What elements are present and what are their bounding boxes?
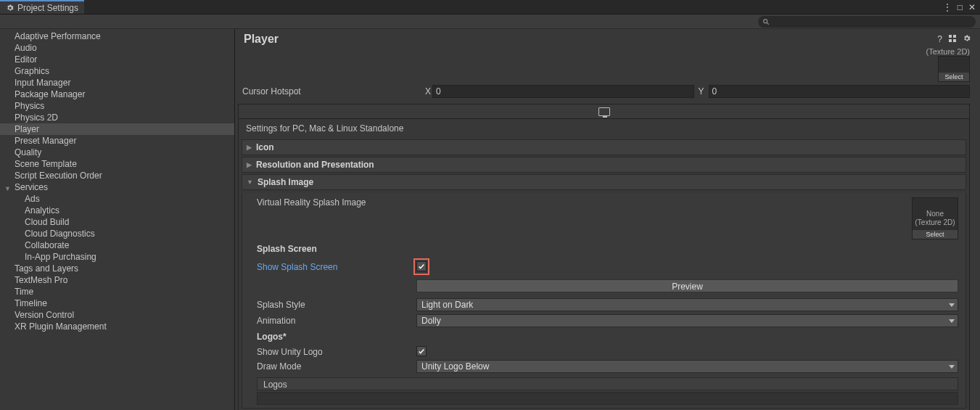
- gear-icon[interactable]: [963, 34, 971, 44]
- sidebar-item-iap[interactable]: In-App Purchasing: [0, 251, 234, 263]
- draw-mode-label: Draw Mode: [257, 361, 416, 372]
- logos-list-empty[interactable]: [257, 392, 958, 405]
- cursor-hotspot-y-input[interactable]: 0: [709, 85, 971, 98]
- window-titlebar: Project Settings ⋮ □ ✕: [0, 0, 980, 15]
- section-splash-body: Virtual Reality Splash Image None (Textu…: [242, 193, 966, 409]
- tab-label: Project Settings: [17, 3, 78, 13]
- gear-icon: [6, 4, 15, 12]
- cursor-hotspot-y-label: Y: [697, 86, 706, 97]
- splash-screen-heading: Splash Screen: [242, 241, 965, 257]
- vr-splash-texture-slot[interactable]: None (Texture 2D) Select: [912, 197, 958, 239]
- section-resolution-header[interactable]: ▶ Resolution and Presentation: [242, 157, 966, 173]
- select-button[interactable]: Select: [939, 73, 969, 81]
- show-splash-checkbox[interactable]: [416, 261, 427, 271]
- preview-button[interactable]: Preview: [416, 279, 958, 292]
- sidebar-item-timeline[interactable]: Timeline: [0, 298, 234, 309]
- window-close-icon[interactable]: ✕: [968, 3, 976, 12]
- texture-type-hint: (Texture 2D): [235, 47, 980, 56]
- preset-icon[interactable]: [948, 34, 957, 44]
- platform-heading: Settings for PC, Mac & Linux Standalone: [239, 119, 969, 138]
- sidebar-item-adaptive-performance[interactable]: Adaptive Performance: [0, 30, 234, 42]
- show-splash-highlight: [413, 258, 429, 275]
- draw-mode-dropdown[interactable]: Unity Logo Below: [416, 360, 958, 373]
- vr-splash-label: Virtual Reality Splash Image: [257, 197, 416, 208]
- sidebar-item-input-manager[interactable]: Input Manager: [0, 77, 234, 89]
- sidebar-item-editor[interactable]: Editor: [0, 54, 234, 65]
- sidebar-item-cloud-build[interactable]: Cloud Build: [0, 216, 234, 228]
- settings-sidebar: Adaptive Performance Audio Editor Graphi…: [0, 29, 235, 410]
- cursor-hotspot-x-label: X: [424, 86, 432, 97]
- sidebar-item-tags-and-layers[interactable]: Tags and Layers: [0, 263, 234, 274]
- sidebar-item-physics-2d[interactable]: Physics 2D: [0, 112, 234, 123]
- svg-rect-5: [953, 39, 956, 42]
- help-icon[interactable]: ?: [937, 34, 942, 44]
- sidebar-item-cloud-diagnostics[interactable]: Cloud Diagnostics: [0, 228, 234, 239]
- sidebar-item-physics[interactable]: Physics: [0, 100, 234, 112]
- section-icon-header[interactable]: ▶ Icon: [242, 139, 966, 155]
- texture-tex2d-label: (Texture 2D): [915, 218, 955, 227]
- standalone-platform-icon[interactable]: [598, 107, 610, 116]
- splash-style-dropdown[interactable]: Light on Dark: [416, 298, 958, 311]
- sidebar-item-audio[interactable]: Audio: [0, 42, 234, 54]
- sidebar-item-quality[interactable]: Quality: [0, 147, 234, 158]
- svg-line-1: [767, 22, 769, 25]
- select-button[interactable]: Select: [913, 230, 958, 239]
- chevron-right-icon: ▶: [247, 161, 252, 168]
- animation-label: Animation: [257, 316, 416, 326]
- search-input[interactable]: [758, 16, 976, 28]
- cursor-hotspot-x-input[interactable]: 0: [432, 85, 694, 98]
- logos-heading: Logos*: [242, 329, 965, 345]
- search-icon: [762, 18, 770, 25]
- window-maximize-icon[interactable]: □: [958, 3, 963, 12]
- sidebar-item-services[interactable]: ▼Services: [0, 181, 234, 193]
- splash-style-label: Splash Style: [257, 300, 416, 310]
- window-menu-icon[interactable]: ⋮: [943, 3, 952, 12]
- sidebar-item-scene-template[interactable]: Scene Template: [0, 158, 234, 170]
- page-title: Player: [244, 33, 279, 46]
- section-splash-header[interactable]: ▼ Splash Image: [242, 174, 966, 190]
- sidebar-item-version-control[interactable]: Version Control: [0, 309, 234, 321]
- cursor-hotspot-label: Cursor Hotspot: [238, 86, 424, 97]
- show-unity-logo-checkbox[interactable]: [416, 346, 427, 356]
- svg-rect-2: [949, 35, 952, 38]
- sidebar-item-ads[interactable]: Ads: [0, 193, 234, 205]
- searchbar-row: [0, 15, 980, 29]
- sidebar-item-script-execution-order[interactable]: Script Execution Order: [0, 170, 234, 181]
- chevron-right-icon: ▶: [247, 144, 252, 151]
- logos-list-header[interactable]: Logos: [257, 377, 958, 390]
- default-cursor-texture-slot[interactable]: Select: [938, 56, 970, 82]
- svg-rect-4: [949, 39, 952, 42]
- sidebar-item-package-manager[interactable]: Package Manager: [0, 89, 234, 100]
- chevron-down-icon: ▼: [247, 179, 253, 186]
- sidebar-item-time[interactable]: Time: [0, 286, 234, 298]
- platform-tabs[interactable]: [239, 104, 969, 119]
- animation-dropdown[interactable]: Dolly: [416, 314, 958, 327]
- sidebar-item-player[interactable]: Player: [0, 123, 234, 135]
- svg-point-0: [764, 19, 767, 22]
- svg-rect-3: [953, 35, 956, 38]
- sidebar-item-xr-plugin-management[interactable]: XR Plugin Management: [0, 321, 234, 332]
- sidebar-item-analytics[interactable]: Analytics: [0, 205, 234, 216]
- show-unity-logo-label: Show Unity Logo: [257, 347, 416, 357]
- main-panel: Player ? (Texture 2D) Select Cursor Hots: [235, 29, 980, 410]
- tab-project-settings[interactable]: Project Settings: [0, 0, 84, 14]
- show-splash-label[interactable]: Show Splash Screen: [257, 262, 416, 272]
- sidebar-item-graphics[interactable]: Graphics: [0, 65, 234, 77]
- texture-none-label: None: [926, 210, 944, 218]
- sidebar-item-textmesh-pro[interactable]: TextMesh Pro: [0, 274, 234, 286]
- sidebar-item-preset-manager[interactable]: Preset Manager: [0, 135, 234, 147]
- sidebar-item-collaborate[interactable]: Collaborate: [0, 239, 234, 251]
